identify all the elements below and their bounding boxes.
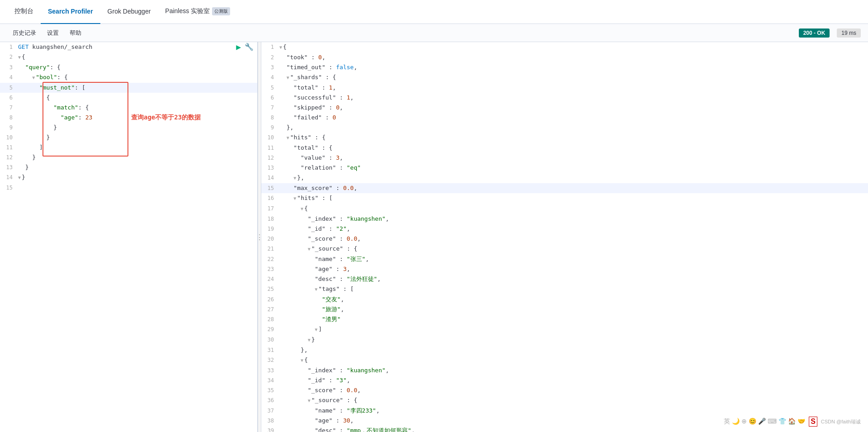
code-line: 10 } <box>0 133 257 142</box>
code-line: 11 ] <box>0 142 257 152</box>
code-line: 12 } <box>0 152 257 162</box>
run-icon[interactable]: ▶ <box>236 42 241 52</box>
code-line: 9 } <box>0 123 257 133</box>
code-line: 9 }, <box>261 123 868 133</box>
code-line: 21 ▼"_source" : { <box>261 244 868 254</box>
code-line: 6 "successful" : 1, <box>261 93 868 103</box>
right-panel[interactable]: 1 ▼{ 2 "took" : 0, 3 "timed_out" : false… <box>261 42 868 432</box>
code-line: 10 ▼"hits" : { <box>261 133 868 143</box>
code-editor[interactable]: ▶ 🔧 查询age不等于23的数据 1 GET kuangshen/_searc… <box>0 42 257 432</box>
code-line: 34 "_id" : "3", <box>261 375 868 385</box>
code-line: 33 "_index" : "kuangshen", <box>261 366 868 375</box>
nav-item-search-profiler[interactable]: Search Profiler <box>41 0 100 24</box>
code-line: 39 "desc" : "mmp，不知道如何形容", <box>261 426 868 432</box>
code-line: 27 "旅游", <box>261 304 868 314</box>
code-line: 15 "max_score" : 0.0, <box>261 183 868 193</box>
code-line: 35 "_score" : 0.0, <box>261 385 868 395</box>
nav-help[interactable]: 帮助 <box>64 24 87 42</box>
code-line: 2 ▼{ <box>0 52 257 62</box>
code-line: 7 "skipped" : 0, <box>261 103 868 113</box>
code-line: 8 "failed" : 0 <box>261 113 868 123</box>
code-line: 36 ▼"_source" : { <box>261 395 868 406</box>
main-container: ▶ 🔧 查询age不等于23的数据 1 GET kuangshen/_searc… <box>0 42 868 432</box>
nav-item-console[interactable]: 控制台 <box>7 0 41 24</box>
code-line: 6 { <box>0 93 257 103</box>
code-line: 13 } <box>0 162 257 172</box>
wrench-icon[interactable]: 🔧 <box>245 42 254 52</box>
code-line: 31 }, <box>261 345 868 355</box>
code-line: 19 "_id" : "2", <box>261 224 868 234</box>
code-line: 30 ▼} <box>261 335 868 345</box>
code-line: 5 "must_not": [ <box>0 83 257 93</box>
left-panel: ▶ 🔧 查询age不等于23的数据 1 GET kuangshen/_searc… <box>0 42 258 432</box>
code-line: 3 "timed_out" : false, <box>261 62 868 72</box>
code-line: 2 "took" : 0, <box>261 52 868 62</box>
status-badge: 200 - OK <box>799 28 830 38</box>
code-line: 1 ▼{ <box>261 42 868 52</box>
code-line: 11 "total" : { <box>261 143 868 153</box>
nav-item-grok-debugger[interactable]: Grok Debugger <box>100 0 158 24</box>
top-nav: 控制台 Search Profiler Grok Debugger Painle… <box>0 0 868 24</box>
code-line: 4 ▼"_shards" : { <box>261 72 868 83</box>
code-line: 14 ▼}, <box>261 173 868 183</box>
code-line: 15 <box>0 183 257 193</box>
code-line: 29 ▼] <box>261 324 868 335</box>
time-badge: 19 ms <box>837 28 861 38</box>
code-line: 37 "name" : "李四233", <box>261 406 868 416</box>
code-line: 16 ▼"hits" : [ <box>261 193 868 204</box>
code-line: 17 ▼{ <box>261 204 868 214</box>
nav-item-painless[interactable]: Painless 实验室 公测版 <box>158 0 237 24</box>
code-line: 23 "age" : 3, <box>261 264 868 274</box>
code-line: 20 "_score" : 0.0, <box>261 234 868 244</box>
csdn-logo: S <box>809 417 817 427</box>
code-line: 26 "交友", <box>261 294 868 304</box>
panel-resizer[interactable]: ⋮ <box>258 42 261 432</box>
watermark: 英 🌙 ⊕ 😊 🎤 ⌨ 👕 🏠 🤝 S CSDN @faith瑞诚 <box>724 417 861 427</box>
status-area: 200 - OK 19 ms <box>799 28 861 38</box>
painless-badge: 公测版 <box>212 7 230 15</box>
watermark-text: CSDN @faith瑞诚 <box>821 418 861 425</box>
code-line: 24 "desc" : "法外狂徒", <box>261 274 868 284</box>
code-line: 22 "name" : "张三", <box>261 254 868 264</box>
code-line: 18 "_index" : "kuangshen", <box>261 214 868 224</box>
code-line: 12 "value" : 3, <box>261 153 868 163</box>
nav-history[interactable]: 历史记录 <box>7 24 42 42</box>
second-nav: 历史记录 设置 帮助 200 - OK 19 ms <box>0 24 868 42</box>
code-line: 28 "渣男" <box>261 314 868 324</box>
code-line: 3 "query": { <box>0 62 257 72</box>
nav-settings[interactable]: 设置 <box>42 24 64 42</box>
code-line: 5 "total" : 1, <box>261 83 868 93</box>
code-line: 7 "match": { <box>0 103 257 113</box>
code-line: 8 "age": 23 <box>0 113 257 123</box>
emoji-bar: 英 🌙 ⊕ 😊 🎤 ⌨ 👕 🏠 🤝 <box>724 418 805 426</box>
code-line: 4 ▼"bool": { <box>0 72 257 83</box>
code-line: 13 "relation" : "eq" <box>261 163 868 173</box>
code-line: 14 ▼} <box>0 172 257 183</box>
code-line: 25 ▼"tags" : [ <box>261 284 868 294</box>
code-line: 1 GET kuangshen/_search <box>0 42 257 52</box>
code-line: 32 ▼{ <box>261 355 868 366</box>
